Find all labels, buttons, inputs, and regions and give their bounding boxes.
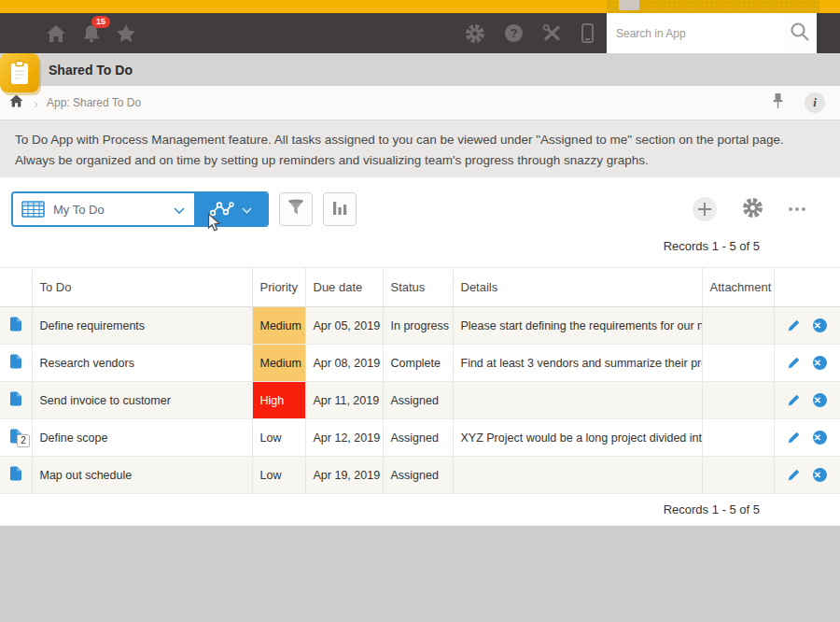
user-menu-flyout bbox=[607, 0, 819, 13]
record-row[interactable]: Send invoice to customer High Apr 11, 20… bbox=[0, 382, 840, 419]
info-icon[interactable]: i bbox=[805, 92, 825, 113]
status-cell: In progress bbox=[383, 307, 453, 345]
record-rows: Define requirements Medium Apr 05, 2019 … bbox=[0, 307, 840, 494]
status-cell: Assigned bbox=[383, 457, 453, 494]
due-date-cell: Apr 11, 2019 bbox=[305, 382, 383, 419]
chevron-down-icon bbox=[174, 201, 185, 218]
due-date-cell: Apr 08, 2019 bbox=[305, 345, 383, 382]
edit-record-button[interactable] bbox=[787, 318, 801, 332]
filter-icon bbox=[287, 199, 305, 220]
star-icon[interactable] bbox=[116, 23, 136, 43]
header-record-icon bbox=[0, 268, 32, 307]
breadcrumb-separator: › bbox=[34, 95, 38, 111]
search-button[interactable] bbox=[782, 13, 817, 53]
gear-icon bbox=[742, 205, 763, 221]
bell-icon[interactable]: 15 bbox=[82, 23, 101, 43]
delete-record-button[interactable]: ✕ bbox=[813, 356, 827, 370]
edit-record-button[interactable] bbox=[787, 393, 801, 407]
app-settings-button[interactable] bbox=[742, 197, 763, 222]
delete-record-button[interactable]: ✕ bbox=[813, 468, 827, 482]
record-list-area: My To Do bbox=[0, 177, 840, 526]
header-actions bbox=[774, 268, 840, 307]
attachment-cell bbox=[702, 307, 774, 345]
chart-button[interactable] bbox=[323, 192, 357, 226]
breadcrumb: › App: Shared To Do i bbox=[0, 86, 840, 120]
tools-icon[interactable] bbox=[542, 24, 562, 42]
delete-record-button[interactable]: ✕ bbox=[813, 318, 827, 332]
details-cell: Find at least 3 vendors and summarize th… bbox=[453, 345, 702, 382]
breadcrumb-home-icon[interactable] bbox=[9, 94, 23, 111]
edit-record-button[interactable] bbox=[787, 356, 801, 370]
view-name-label: My To Do bbox=[53, 203, 174, 217]
record-link-icon[interactable] bbox=[9, 391, 22, 406]
brand-strip bbox=[0, 0, 840, 13]
records-count-bottom: Records 1 - 5 of 5 bbox=[0, 502, 840, 516]
attachment-cell bbox=[702, 345, 774, 382]
record-row[interactable]: Map out schedule Low Apr 19, 2019 Assign… bbox=[0, 457, 840, 494]
graph-view-button[interactable] bbox=[194, 193, 267, 225]
record-row[interactable]: 2 Define scope Low Apr 12, 2019 Assigned… bbox=[0, 419, 840, 457]
view-toolbar: My To Do bbox=[11, 191, 817, 227]
app-title: Shared To Do bbox=[49, 63, 133, 78]
record-link-icon[interactable] bbox=[9, 354, 22, 369]
view-selector[interactable]: My To Do bbox=[11, 191, 269, 227]
priority-cell: Low bbox=[252, 419, 305, 457]
details-cell bbox=[453, 382, 702, 419]
records-table: To Do Priority Due date Status Details A… bbox=[0, 267, 840, 494]
priority-cell: Low bbox=[252, 457, 305, 494]
page-footer bbox=[0, 526, 840, 622]
more-options-button[interactable] bbox=[789, 207, 805, 211]
app-header: Shared To Do bbox=[0, 53, 840, 86]
table-header-row: To Do Priority Due date Status Details A… bbox=[0, 268, 840, 307]
add-record-button[interactable] bbox=[693, 197, 717, 221]
app-clipboard-icon[interactable] bbox=[0, 53, 39, 92]
records-count-top: Records 1 - 5 of 5 bbox=[0, 239, 840, 253]
table-view-icon bbox=[21, 201, 45, 218]
due-date-cell: Apr 19, 2019 bbox=[305, 457, 383, 494]
chart-icon bbox=[332, 200, 348, 219]
record-link-icon[interactable] bbox=[9, 466, 22, 481]
header-status[interactable]: Status bbox=[383, 268, 453, 307]
header-details[interactable]: Details bbox=[453, 268, 702, 307]
priority-cell: Medium bbox=[252, 307, 305, 345]
status-cell: Complete bbox=[383, 345, 453, 382]
delete-record-button[interactable]: ✕ bbox=[813, 393, 827, 407]
todo-cell: Define requirements bbox=[32, 307, 252, 345]
search-input[interactable] bbox=[607, 13, 782, 53]
filter-button[interactable] bbox=[279, 192, 313, 226]
delete-record-button[interactable]: ✕ bbox=[813, 431, 827, 445]
edit-record-button[interactable] bbox=[787, 468, 801, 482]
todo-cell: Research vendors bbox=[32, 345, 252, 382]
edit-record-button[interactable] bbox=[787, 431, 801, 445]
header-due-date[interactable]: Due date bbox=[305, 268, 383, 307]
record-link-icon[interactable]: 2 bbox=[9, 429, 22, 444]
gear-icon[interactable] bbox=[465, 23, 485, 44]
pin-icon[interactable] bbox=[772, 92, 784, 113]
header-priority[interactable]: Priority bbox=[252, 268, 305, 307]
home-icon[interactable] bbox=[46, 24, 66, 43]
details-cell: Please start defining the requirements f… bbox=[453, 307, 702, 345]
attachment-cell bbox=[702, 457, 774, 494]
details-cell: XYZ Project would be a long project divi… bbox=[453, 419, 702, 457]
todo-cell: Map out schedule bbox=[32, 457, 252, 494]
hamburger-menu-icon[interactable] bbox=[8, 25, 31, 41]
comment-count-badge: 2 bbox=[17, 434, 30, 447]
attachment-cell bbox=[702, 419, 774, 457]
todo-cell: Define scope bbox=[32, 419, 252, 457]
help-icon[interactable]: ? bbox=[505, 24, 523, 42]
details-cell bbox=[453, 457, 702, 494]
record-row[interactable]: Research vendors Medium Apr 08, 2019 Com… bbox=[0, 345, 840, 382]
header-attachment[interactable]: Attachment bbox=[702, 268, 774, 307]
status-cell: Assigned bbox=[383, 382, 453, 419]
record-link-icon[interactable] bbox=[9, 317, 22, 332]
mobile-icon[interactable] bbox=[581, 23, 594, 43]
notification-badge: 15 bbox=[91, 16, 110, 28]
priority-cell: Medium bbox=[252, 345, 305, 382]
user-avatar[interactable] bbox=[619, 0, 639, 10]
due-date-cell: Apr 05, 2019 bbox=[305, 307, 383, 345]
header-todo[interactable]: To Do bbox=[32, 268, 252, 307]
breadcrumb-current: App: Shared To Do bbox=[47, 96, 141, 109]
priority-cell: High bbox=[252, 382, 305, 419]
attachment-cell bbox=[702, 382, 774, 419]
record-row[interactable]: Define requirements Medium Apr 05, 2019 … bbox=[0, 307, 840, 345]
